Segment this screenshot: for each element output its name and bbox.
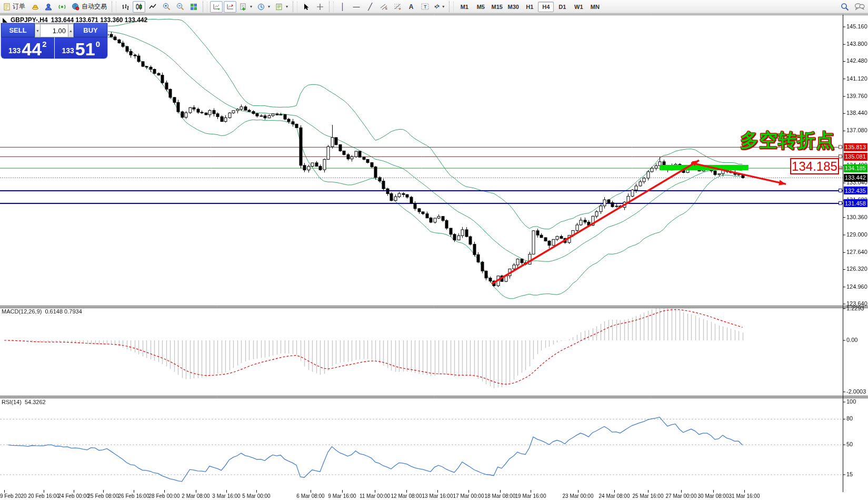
timeframe-m5-button[interactable]: M5: [473, 2, 488, 12]
vertical-line-button[interactable]: │: [336, 1, 349, 13]
ohlc-values: 133.644 133.671 133.360 133.442: [51, 16, 148, 24]
text-button[interactable]: A: [405, 1, 417, 13]
text-label-button[interactable]: T: [418, 1, 431, 13]
market-watch-button[interactable]: [28, 1, 41, 13]
search-icon-button[interactable]: [839, 1, 851, 13]
time-axis-label: 31 Mar 16:00: [729, 493, 760, 499]
buy-price-display[interactable]: 133 51 0: [55, 37, 108, 58]
rsi-scale-label: 15: [846, 471, 853, 477]
templates-button[interactable]: [273, 1, 290, 13]
arrows-icon: ⇵: [433, 3, 441, 10]
templates-icon: [275, 3, 283, 11]
one-click-toggle-icon[interactable]: [3, 18, 7, 23]
time-axis-label: 24 Feb 00:00: [58, 493, 89, 499]
timeframe-d1-button[interactable]: D1: [554, 2, 570, 12]
time-axis-label: 30 Mar 08:00: [698, 493, 729, 499]
time-axis-label: 3 Mar 16:00: [212, 493, 240, 499]
arrows-button[interactable]: ⇵: [432, 1, 446, 13]
bar-chart-button[interactable]: [119, 1, 132, 13]
time-axis-label: 28 Feb 00:00: [149, 493, 180, 499]
autotrade-globe-icon: [72, 3, 79, 11]
time-axis-label: 2 Mar 08:00: [182, 493, 209, 499]
chart-title: GBPJPY-,H4 133.644 133.671 133.360 133.4…: [3, 16, 147, 24]
rsi-scale-label: 100: [846, 398, 856, 405]
signals-button[interactable]: [56, 1, 68, 13]
price-level-badge: 132.435: [844, 187, 867, 194]
price-tick-label: 124.960: [846, 283, 867, 290]
time-axis-label: 26 Feb 16:00: [118, 493, 149, 499]
timeframe-w1-button[interactable]: W1: [571, 2, 586, 12]
tile-windows-icon: [190, 3, 197, 11]
toolbar-grip[interactable]: [112, 2, 116, 12]
time-axis-label: 17 Mar 00:00: [453, 493, 484, 499]
mt4-window: 订单 自动交易: [0, 0, 868, 500]
price-tick-label: 127.640: [846, 249, 867, 255]
tile-windows-button[interactable]: [187, 1, 200, 13]
macd-scale-label: 0.00: [846, 337, 857, 343]
timeframe-h1-button[interactable]: H1: [522, 2, 537, 12]
price-level-badge: 135.813: [844, 143, 867, 151]
signal-icon: [58, 3, 66, 11]
auto-scroll-button[interactable]: [210, 1, 223, 13]
sell-button[interactable]: SELL: [1, 23, 35, 37]
crosshair-button[interactable]: [314, 1, 326, 13]
rsi-pane-divider[interactable]: [0, 396, 868, 399]
candlestick-chart-button[interactable]: [133, 1, 145, 13]
price-tick-label: 142.480: [846, 57, 867, 64]
macd-title: MACD(12,26,9): [2, 308, 42, 315]
time-axis-label: 13 Mar 16:00: [422, 493, 453, 499]
zoom-out-button[interactable]: [174, 1, 186, 13]
zoom-in-button[interactable]: [160, 1, 173, 13]
data-window-button[interactable]: [42, 1, 55, 13]
toolbar-grip[interactable]: [449, 2, 454, 12]
time-axis-label: 20 Feb 16:00: [28, 493, 59, 499]
time-axis-label: 25 Mar 16:00: [633, 493, 664, 499]
timeframe-m1-button[interactable]: M1: [456, 2, 472, 12]
gold-icon: [31, 3, 39, 10]
line-chart-icon: [149, 3, 156, 11]
chart-plot-area[interactable]: [0, 0, 868, 500]
channel-button[interactable]: E: [377, 1, 390, 13]
crosshair-icon: [316, 3, 324, 11]
buy-button[interactable]: BUY: [74, 23, 107, 37]
trendline-icon: ╱: [368, 3, 372, 10]
time-axis-label: 27 Mar 00:00: [666, 493, 697, 499]
time-axis-label: 24 Mar 08:00: [599, 493, 630, 499]
one-click-trading-panel: SELL ▼ ▲ BUY 133 44 2 133 51 0: [1, 23, 107, 58]
line-chart-button[interactable]: [146, 1, 159, 13]
volume-input[interactable]: [41, 24, 68, 37]
price-tick-label: 137.080: [846, 127, 867, 133]
fibonacci-button[interactable]: F: [391, 1, 404, 13]
price-tick-label: 141.120: [846, 75, 867, 82]
toolbar: 订单 自动交易: [0, 0, 868, 14]
text-label-icon: T: [421, 3, 429, 10]
toolbar-grip[interactable]: [293, 2, 297, 12]
new-order-label: 订单: [13, 2, 25, 11]
horizontal-line-button[interactable]: —: [350, 1, 363, 13]
rsi-scale-label: 80: [846, 415, 853, 421]
toolbar-grip[interactable]: [203, 2, 207, 12]
profiles-button[interactable]: [255, 1, 272, 13]
new-order-button[interactable]: 订单: [1, 1, 27, 13]
new-chart-icon: [240, 3, 247, 11]
timeframe-mn-button[interactable]: MN: [587, 2, 603, 12]
volume-increase-button[interactable]: ▲: [68, 24, 74, 37]
autotrading-button[interactable]: 自动交易: [69, 1, 109, 13]
volume-decrease-button[interactable]: ▼: [35, 24, 41, 37]
new-chart-button[interactable]: [237, 1, 254, 13]
timeframe-m15-button[interactable]: M15: [489, 2, 505, 12]
toolbar-grip[interactable]: [329, 2, 334, 12]
timeframe-m30-button[interactable]: M30: [505, 2, 521, 12]
timeframe-h4-button[interactable]: H4: [538, 2, 554, 12]
chat-button[interactable]: [852, 1, 867, 13]
chart-shift-button[interactable]: [224, 1, 236, 13]
price-tick-label: 138.440: [846, 110, 867, 116]
sell-price-display[interactable]: 133 44 2: [1, 37, 54, 58]
macd-pane-divider[interactable]: [0, 305, 868, 308]
cursor-button[interactable]: [300, 1, 313, 13]
trendline-button[interactable]: ╱: [364, 1, 376, 13]
zoom-in-icon: [163, 3, 171, 11]
candlestick-icon: [135, 3, 143, 11]
zoom-out-icon: [176, 3, 184, 11]
auto-scroll-icon: [213, 3, 221, 10]
